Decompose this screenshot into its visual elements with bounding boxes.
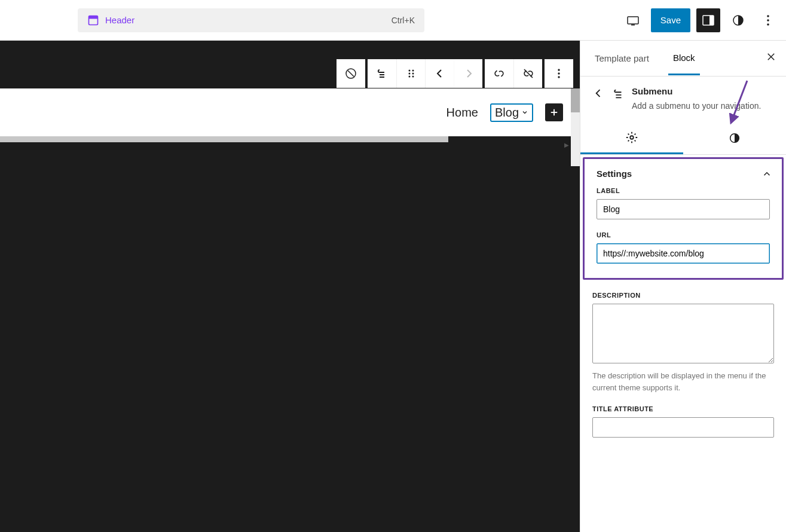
block-title: Submenu: [632, 86, 761, 96]
submenu-block-icon: [611, 87, 625, 102]
title-attribute-label: TITLE ATTRIBUTE: [592, 405, 774, 412]
svg-rect-3: [631, 25, 635, 26]
header-template-preview[interactable]: Home Blog ▶: [0, 88, 580, 136]
editor-canvas[interactable]: Home Blog ▶: [0, 41, 580, 532]
toolbar-block-type[interactable]: [337, 59, 365, 88]
add-nav-item-button[interactable]: [545, 103, 563, 121]
svg-point-7: [767, 15, 769, 17]
svg-point-9: [767, 23, 769, 26]
url-field-label: URL: [597, 231, 770, 239]
tab-block[interactable]: Block: [668, 42, 700, 75]
nav-item-home[interactable]: Home: [446, 106, 478, 120]
block-toolbar: [336, 59, 574, 88]
header-template-icon: [87, 14, 99, 26]
toolbar-select-parent[interactable]: [368, 59, 396, 88]
styles-toggle[interactable]: [726, 8, 750, 32]
tab-template-part[interactable]: Template part: [590, 42, 654, 74]
back-button[interactable]: [592, 87, 604, 101]
settings-sidebar-toggle[interactable]: [696, 8, 720, 32]
label-field-label: LABEL: [597, 187, 770, 194]
horizontal-scrollbar[interactable]: [0, 136, 448, 142]
block-header: Submenu Add a submenu to your navigation…: [580, 77, 786, 122]
view-button[interactable]: [621, 8, 645, 32]
toolbar-unlink[interactable]: [513, 59, 542, 88]
label-input[interactable]: [597, 199, 770, 219]
description-field-label: DESCRIPTION: [592, 292, 774, 299]
svg-point-16: [408, 76, 410, 78]
shortcut-hint: Ctrl+K: [392, 16, 415, 25]
save-button[interactable]: Save: [651, 8, 690, 32]
close-sidebar-button[interactable]: [766, 51, 776, 65]
nav-item-blog-label: Blog: [495, 106, 519, 120]
styles-icon: [728, 132, 741, 145]
panel-collapse-toggle[interactable]: [761, 169, 772, 181]
options-menu[interactable]: [756, 8, 780, 32]
editor-topbar: Header Ctrl+K Save: [0, 0, 786, 41]
svg-point-17: [412, 76, 414, 78]
svg-point-20: [558, 72, 559, 74]
settings-panel: Settings LABEL URL: [583, 157, 784, 280]
vertical-scrollbar[interactable]: [571, 88, 580, 166]
svg-point-15: [412, 73, 414, 75]
toolbar-link[interactable]: [485, 59, 513, 88]
svg-rect-5: [709, 16, 714, 25]
chevron-down-icon: [521, 109, 528, 116]
svg-point-21: [558, 76, 559, 78]
settings-panel-title: Settings: [597, 169, 770, 179]
gear-icon: [625, 131, 638, 144]
subtab-styles[interactable]: [683, 122, 786, 154]
svg-point-14: [408, 73, 410, 75]
svg-point-27: [630, 136, 634, 139]
document-title: Header: [105, 15, 134, 25]
svg-rect-2: [628, 17, 638, 24]
svg-point-13: [412, 70, 414, 72]
svg-point-12: [408, 70, 410, 72]
svg-point-19: [558, 69, 559, 71]
title-attribute-input[interactable]: [592, 417, 774, 438]
svg-line-18: [524, 69, 533, 78]
scroll-right-arrow[interactable]: ▶: [564, 142, 569, 148]
svg-point-8: [767, 19, 769, 22]
description-textarea[interactable]: [592, 304, 774, 363]
nav-item-blog-selected[interactable]: Blog: [490, 103, 533, 122]
block-description: Add a submenu to your navigation.: [632, 100, 761, 112]
document-chip[interactable]: Header Ctrl+K: [78, 8, 424, 32]
description-help-text: The description will be displayed in the…: [592, 370, 774, 393]
toolbar-move-left[interactable]: [425, 59, 454, 88]
svg-rect-1: [89, 16, 98, 19]
toolbar-drag-handle[interactable]: [396, 59, 425, 88]
svg-line-11: [348, 71, 354, 77]
toolbar-move-right: [454, 59, 482, 88]
subtab-settings[interactable]: [580, 122, 683, 154]
toolbar-more[interactable]: [545, 59, 573, 88]
settings-sidebar: Template part Block Submenu Add a submen…: [580, 41, 786, 532]
url-input[interactable]: [597, 243, 770, 264]
description-field-section: DESCRIPTION The description will be disp…: [580, 282, 786, 450]
